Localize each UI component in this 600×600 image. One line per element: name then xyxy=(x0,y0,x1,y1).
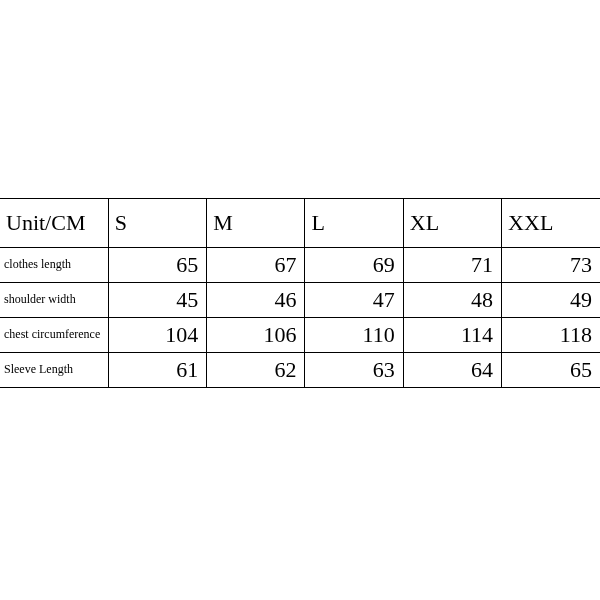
cell: 48 xyxy=(403,283,501,318)
table-row: clothes length 65 67 69 71 73 xyxy=(0,248,600,283)
cell: 45 xyxy=(108,283,206,318)
table-header-row: Unit/CM S M L XL XXL xyxy=(0,199,600,248)
cell: 63 xyxy=(305,353,403,388)
size-header: XL xyxy=(403,199,501,248)
cell: 46 xyxy=(207,283,305,318)
cell: 67 xyxy=(207,248,305,283)
size-header: S xyxy=(108,199,206,248)
size-header: M xyxy=(207,199,305,248)
cell: 69 xyxy=(305,248,403,283)
cell: 61 xyxy=(108,353,206,388)
row-label: chest circumference xyxy=(0,318,108,353)
cell: 64 xyxy=(403,353,501,388)
unit-header: Unit/CM xyxy=(0,199,108,248)
size-header: L xyxy=(305,199,403,248)
cell: 114 xyxy=(403,318,501,353)
row-label: shoulder width xyxy=(0,283,108,318)
size-chart-table: Unit/CM S M L XL XXL clothes length 65 6… xyxy=(0,198,600,388)
cell: 110 xyxy=(305,318,403,353)
cell: 49 xyxy=(502,283,600,318)
cell: 106 xyxy=(207,318,305,353)
cell: 65 xyxy=(108,248,206,283)
cell: 73 xyxy=(502,248,600,283)
cell: 104 xyxy=(108,318,206,353)
size-header: XXL xyxy=(502,199,600,248)
table-row: chest circumference 104 106 110 114 118 xyxy=(0,318,600,353)
table-row: shoulder width 45 46 47 48 49 xyxy=(0,283,600,318)
row-label: clothes length xyxy=(0,248,108,283)
row-label: Sleeve Length xyxy=(0,353,108,388)
cell: 62 xyxy=(207,353,305,388)
cell: 71 xyxy=(403,248,501,283)
table-row: Sleeve Length 61 62 63 64 65 xyxy=(0,353,600,388)
cell: 118 xyxy=(502,318,600,353)
cell: 47 xyxy=(305,283,403,318)
cell: 65 xyxy=(502,353,600,388)
